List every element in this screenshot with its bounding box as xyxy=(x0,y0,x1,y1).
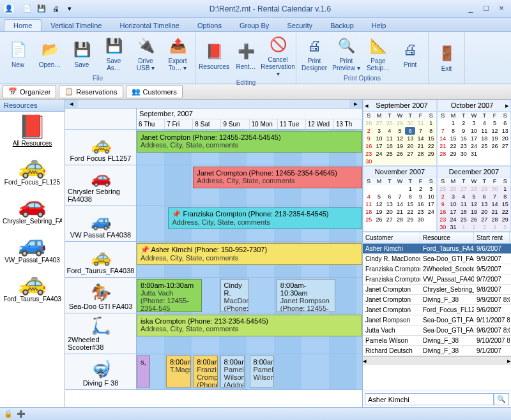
grid-row[interactable]: Janet RompsonSea-Doo_GTI_FA49/11/2007 8:… xyxy=(363,315,511,326)
cal-prev-icon[interactable]: ◂ xyxy=(365,101,369,110)
event[interactable]: 8:00am-T.Magsig xyxy=(166,356,191,387)
ribbon-tab-backup[interactable]: Backup xyxy=(321,20,363,31)
grid-row[interactable]: Janet CromptonChrysler_Sebring_F9/8/2007 xyxy=(363,285,511,295)
event[interactable]: 8:00am-10:30amJutta Vach (Phone: 12455-2… xyxy=(137,279,202,312)
ribbon-tab-home[interactable]: Home xyxy=(4,19,42,31)
grid-row[interactable]: Franziska CromptonVW_Passat_FA4039/7/200… xyxy=(363,274,511,285)
track[interactable]: iska Crompton (Phone: 213-2354-54545)Add… xyxy=(137,313,362,354)
grid-row[interactable]: Janet CromptonDiving_F_389/9/2007 8:0 xyxy=(363,295,511,305)
grid-header[interactable]: Start rent xyxy=(474,232,510,243)
resource-item[interactable]: 🚗Chrysler_Sebring_FA xyxy=(3,192,62,225)
save-button[interactable]: 💾Save xyxy=(66,33,97,74)
ribbon-tab-horizontal-timeline[interactable]: Horizontal Timeline xyxy=(111,20,188,31)
event[interactable]: Janet Crompton (Phone: 12455-2354-54545)… xyxy=(193,167,362,188)
resource-item[interactable]: 🚕Ford_Taurus_FA403 xyxy=(3,270,62,303)
mini-calendar[interactable]: ◂September 2007SMTWTFS262728293031123456… xyxy=(363,100,437,166)
grid-scrollbar[interactable]: ◂▸ xyxy=(363,356,511,365)
cal-next-icon[interactable]: ▸ xyxy=(505,101,509,110)
open-button[interactable]: 📂Open… xyxy=(34,33,65,74)
app-icon[interactable]: 👤 xyxy=(4,4,14,14)
ribbon-tab-options[interactable]: Options xyxy=(188,20,231,31)
subtab-reservations[interactable]: 📋Reservations xyxy=(59,85,123,98)
search-icon[interactable]: 🔍 xyxy=(494,393,509,405)
ribbon-tab-vertical-timeline[interactable]: Vertical Timeline xyxy=(42,20,111,31)
resource-item[interactable]: 🚕Ford_Focus_FL125 xyxy=(3,153,62,186)
ribbon-tab-security[interactable]: Security xyxy=(278,20,321,31)
event[interactable]: 8:00am-Pamela Wilson xyxy=(250,356,275,387)
grid-row[interactable]: Asher KimchiFord_Taurus_FA409/6/2007 xyxy=(363,244,511,254)
print-button[interactable]: 🖨Print xyxy=(395,33,425,74)
main: Resources 📕All Resources🚕Ford_Focus_FL12… xyxy=(0,100,511,407)
grid-row[interactable]: Jutta VachSea-Doo_GTI_FA49/6/2007 8:0 xyxy=(363,326,511,336)
search-input[interactable] xyxy=(365,393,494,405)
event[interactable]: Janet Crompton (Phone: 12455-2354-54545)… xyxy=(137,131,362,153)
exit-icon: 🚪 xyxy=(436,43,457,64)
qat-save-icon[interactable]: 💾 xyxy=(36,3,47,15)
printpreview-button[interactable]: 🔍Print Preview ▾ xyxy=(331,33,362,74)
minimize-button[interactable]: _ xyxy=(465,4,477,13)
row-header[interactable]: 🚗Chrysler Sebring FA4038 xyxy=(65,165,137,206)
grid-header[interactable]: Customer xyxy=(363,232,420,243)
new-button[interactable]: 📄New xyxy=(3,33,33,74)
track[interactable]: s,8:00am-T.Magsig8:00am-Franzisk Crompto… xyxy=(137,354,362,389)
event[interactable]: 8:00am-Pamela Wilson (Address xyxy=(220,356,245,387)
event[interactable]: s, xyxy=(137,356,150,387)
track[interactable]: Janet Crompton (Phone: 12455-2354-54545)… xyxy=(137,130,362,165)
event[interactable]: 📌 Asher Kimchi (Phone: 150-952-7307)Addr… xyxy=(137,243,362,265)
pagesetup-button[interactable]: 📐Page Setup… xyxy=(363,33,393,74)
grid-row[interactable]: Janet CromptonFord_Focus_FL1259/6/2007 xyxy=(363,305,511,315)
ribbon-tab-help[interactable]: Help xyxy=(363,20,395,31)
event[interactable]: 8:00am-10:30amJanet Rompson (Phone: 1245… xyxy=(277,279,335,312)
mini-calendars: ◂September 2007SMTWTFS262728293031123456… xyxy=(363,100,511,232)
ribbon-tab-group-by[interactable]: Group By xyxy=(231,20,278,31)
timeline-rows: 🚕Ford Focus FL1257Janet Crompton (Phone:… xyxy=(65,130,362,407)
track[interactable]: 📌 Franziska Crompton (Phone: 213-2354-54… xyxy=(137,206,362,241)
grid-row[interactable]: Pamela WilsonDiving_F_389/10/2007 8:0 xyxy=(363,336,511,346)
qat-down-icon[interactable]: ▾ xyxy=(64,3,75,15)
driveusb-button[interactable]: 🔌Drive USB ▾ xyxy=(130,33,161,74)
printdesigner-button[interactable]: 🖨Print Designer xyxy=(299,33,330,74)
window-title: D:\Rent2.rnt - Rental Calendar v.1.6 xyxy=(75,4,465,13)
saveas-icon: 💾 xyxy=(103,36,124,56)
exportto-button[interactable]: 📤Export To… ▾ xyxy=(162,33,193,74)
grid-row[interactable]: Cindy R. MacDonougSea-Doo_GTI_FA49/9/200… xyxy=(363,254,511,264)
exit-button[interactable]: 🚪Exit xyxy=(431,33,462,82)
grid-row[interactable]: Franziska Crompton2Wheeled_Scooter9/5/20… xyxy=(363,264,511,274)
event[interactable]: Cindy R.MacDonoug (Phone: 123-456 xyxy=(220,279,250,312)
event[interactable]: 8:00am-Franzisk Crompto (Phone: xyxy=(193,356,218,387)
cancel-button[interactable]: 🚫Cancel Reservation ▾ xyxy=(263,33,293,79)
grid-header[interactable]: Resource xyxy=(420,232,474,243)
add-icon[interactable]: ➕ xyxy=(17,410,26,418)
row-header[interactable]: 🏇Sea-Doo GTI FA403 xyxy=(65,278,137,313)
resource-item[interactable]: 🚙VW_Passat_FA403 xyxy=(3,231,62,264)
day-header: 9 Sun xyxy=(221,119,249,129)
rent-button[interactable]: ➕Rent… xyxy=(231,33,261,79)
track[interactable]: 📌 Asher Kimchi (Phone: 150-952-7307)Addr… xyxy=(137,242,362,277)
event[interactable]: 📌 Franziska Crompton (Phone: 213-2354-54… xyxy=(168,207,362,229)
subtab-customers[interactable]: 👥Customers xyxy=(126,85,183,98)
qat-print-icon[interactable]: 🖨 xyxy=(50,3,61,15)
row-header[interactable]: 🤿Diving F 38 xyxy=(65,354,137,389)
row-header[interactable]: 🛴2Wheeled Scooter#38 xyxy=(65,313,137,354)
scroll-left-button[interactable]: ◂ xyxy=(65,100,78,108)
track[interactable]: Janet Crompton (Phone: 12455-2354-54545)… xyxy=(137,165,362,206)
resource-item[interactable]: 📕All Resources xyxy=(3,114,62,147)
saveas-button[interactable]: 💾Save As… xyxy=(98,33,129,74)
event[interactable]: iska Crompton (Phone: 213-2354-54545)Add… xyxy=(137,315,362,336)
lock-icon[interactable]: 🔒 xyxy=(4,410,13,418)
row-header[interactable]: 🚕Ford_Taurus_FA4038 xyxy=(65,242,137,277)
track[interactable]: 8:00am-10:30amJutta Vach (Phone: 12455-2… xyxy=(137,278,362,313)
row-header[interactable]: 🚙VW Passat FA4038 xyxy=(65,206,137,241)
qat-new-icon[interactable]: 📄 xyxy=(22,3,33,15)
resources-button[interactable]: 📕Resources xyxy=(199,33,229,79)
close-button[interactable]: × xyxy=(496,4,507,13)
maximize-button[interactable]: □ xyxy=(480,4,492,13)
mini-calendar[interactable]: November 2007SMTWTFS12345678910111213141… xyxy=(363,166,437,232)
grid-row[interactable]: Richard DeutschDiving_F_389/1/2007 xyxy=(363,346,511,356)
scroll-right-button[interactable]: ▸ xyxy=(349,100,362,108)
subtab-organizer[interactable]: 📅Organizer xyxy=(3,85,56,98)
mini-calendar[interactable]: December 2007SMTWTFS25262728293012345678… xyxy=(437,166,511,232)
row-header[interactable]: 🚕Ford Focus FL1257 xyxy=(65,130,137,165)
mini-calendar[interactable]: October 2007▸SMTWTFS12345678910111213141… xyxy=(437,100,511,166)
resources-icon: 📕 xyxy=(204,41,224,62)
